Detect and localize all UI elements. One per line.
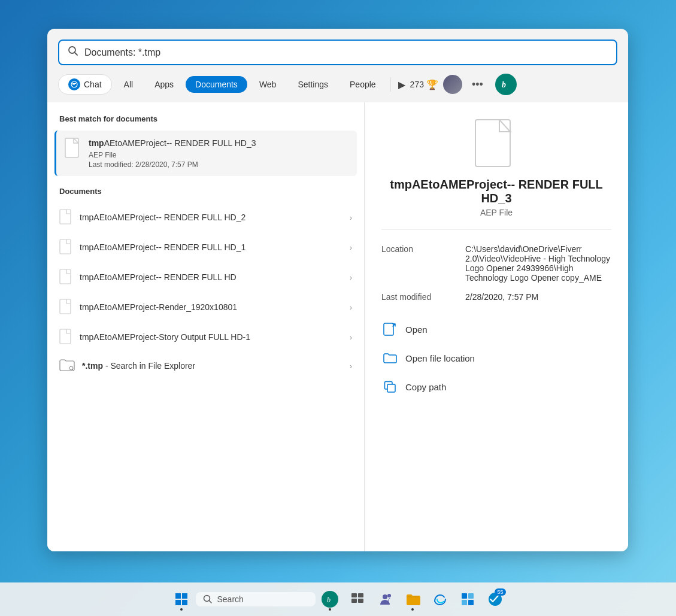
store-icon[interactable]	[454, 586, 481, 612]
svg-rect-8	[60, 299, 71, 314]
svg-rect-30	[462, 600, 467, 605]
svg-rect-25	[358, 599, 363, 603]
filter-tabs: Chat All Apps Documents Web Settings Peo…	[47, 71, 628, 102]
copy-path-action[interactable]: Copy path	[381, 376, 611, 397]
score-badge: 273 🏆	[410, 79, 438, 90]
teams-icon[interactable]	[372, 586, 398, 612]
bing-taskbar-icon[interactable]: b	[317, 586, 343, 612]
search-input[interactable]	[84, 47, 608, 58]
taskbar-search-text: Search	[217, 594, 244, 604]
svg-rect-7	[60, 269, 71, 284]
best-match-type: AEP File	[89, 151, 348, 159]
svg-rect-22	[351, 593, 357, 597]
best-match-item[interactable]: tmpAEtoAMEProject-- RENDER FULL HD_3 AEP…	[54, 131, 357, 176]
chat-icon	[68, 78, 80, 90]
svg-rect-31	[468, 600, 474, 605]
taskbar: Search b	[0, 582, 676, 616]
telegram-icon[interactable]: 55	[482, 586, 508, 612]
taskbar-search[interactable]: Search	[196, 592, 316, 606]
last-modified-value: 2/28/2020, 7:57 PM	[465, 287, 611, 307]
open-icon	[381, 321, 398, 338]
svg-point-27	[387, 594, 391, 597]
preview-area: tmpAEtoAMEProject-- RENDER FULL HD_3 AEP…	[381, 117, 611, 230]
folder-search-icon	[59, 359, 75, 374]
doc-item-name: tmpAEtoAMEProject-- RENDER FULL HD	[80, 272, 342, 284]
open-action[interactable]: Open	[381, 318, 611, 340]
list-item[interactable]: tmpAEtoAMEProject-Story Output FULL HD-1…	[47, 323, 364, 353]
open-file-location-action[interactable]: Open file location	[381, 347, 611, 369]
task-view-icon[interactable]	[344, 586, 371, 612]
svg-rect-24	[351, 599, 357, 603]
file-icon	[59, 239, 72, 257]
svg-point-26	[383, 594, 387, 599]
content-area: Best match for documents tmpAEtoAMEProje…	[47, 102, 628, 551]
file-icon	[59, 329, 72, 347]
last-modified-label: Last modified	[381, 287, 465, 307]
trophy-icon: 🏆	[426, 79, 438, 90]
svg-rect-15	[175, 593, 181, 599]
chevron-icon: ›	[350, 274, 352, 282]
doc-item-name: tmpAEtoAMEProject-Render_1920x10801	[80, 302, 342, 314]
tab-chat[interactable]: Chat	[58, 74, 112, 95]
chevron-icon: ›	[350, 214, 352, 222]
avatar[interactable]	[443, 75, 462, 94]
copy-path-label: Copy path	[405, 382, 446, 392]
best-match-name: tmpAEtoAMEProject-- RENDER FULL HD_3	[89, 138, 348, 150]
edge-icon[interactable]	[427, 586, 453, 612]
left-panel: Best match for documents tmpAEtoAMEProje…	[47, 102, 365, 551]
svg-rect-29	[468, 593, 474, 599]
svg-rect-16	[182, 593, 187, 599]
svg-line-20	[209, 600, 211, 603]
more-button[interactable]: •••	[467, 76, 488, 93]
svg-rect-23	[358, 593, 363, 597]
best-match-modified: Last modified: 2/28/2020, 7:57 PM	[89, 160, 348, 169]
search-bar	[58, 40, 617, 65]
svg-rect-18	[182, 600, 187, 605]
svg-rect-6	[60, 239, 71, 254]
file-explorer-dot	[411, 608, 414, 611]
svg-rect-13	[384, 323, 393, 335]
taskbar-icons: Search b	[168, 586, 508, 612]
right-panel: tmpAEtoAMEProject-- RENDER FULL HD_3 AEP…	[365, 102, 628, 551]
file-explorer-icon[interactable]	[399, 586, 426, 612]
tab-documents[interactable]: Documents	[186, 76, 247, 93]
file-icon	[59, 209, 72, 227]
list-item[interactable]: tmpAEtoAMEProject-- RENDER FULL HD ›	[47, 263, 364, 293]
chevron-icon: ›	[350, 333, 352, 342]
svg-rect-17	[175, 600, 181, 605]
list-item[interactable]: tmpAEtoAMEProject-- RENDER FULL HD_2 ›	[47, 203, 364, 233]
tab-web[interactable]: Web	[250, 76, 286, 93]
location-label: Location	[381, 239, 465, 287]
search-bar-container	[47, 29, 628, 71]
best-match-file-icon	[65, 138, 81, 160]
best-match-info: tmpAEtoAMEProject-- RENDER FULL HD_3 AEP…	[89, 138, 348, 169]
preview-title: tmpAEtoAMEProject-- RENDER FULL HD_3	[381, 178, 611, 205]
search-icon	[68, 45, 78, 59]
copy-path-icon	[381, 378, 398, 395]
documents-section: Documents tmpAEtoAMEProject-- RENDER FUL…	[47, 187, 364, 380]
svg-rect-28	[462, 593, 467, 599]
start-dot	[180, 608, 183, 611]
start-button[interactable]	[168, 586, 195, 612]
open-label: Open	[405, 324, 428, 335]
tab-all[interactable]: All	[114, 76, 143, 93]
tab-apps[interactable]: Apps	[145, 76, 183, 93]
list-item[interactable]: tmpAEtoAMEProject-- RENDER FULL HD_1 ›	[47, 233, 364, 263]
doc-item-name: tmpAEtoAMEProject-- RENDER FULL HD_2	[80, 212, 342, 224]
play-button[interactable]: ▶	[398, 79, 405, 90]
list-item[interactable]: tmpAEtoAMEProject-Render_1920x10801 ›	[47, 293, 364, 323]
bing-button[interactable]: b	[495, 74, 517, 95]
open-file-location-label: Open file location	[405, 353, 475, 363]
tab-extras: ▶ 273 🏆 ••• b	[398, 74, 517, 95]
file-icon	[59, 269, 72, 287]
preview-file-icon	[472, 117, 520, 171]
file-explorer-search[interactable]: *.tmp - Search in File Explorer ›	[47, 353, 364, 380]
tab-people[interactable]: People	[340, 76, 386, 93]
tab-divider	[390, 77, 391, 92]
best-match-title: Best match for documents	[47, 114, 364, 131]
svg-text:b: b	[327, 596, 331, 604]
tab-settings[interactable]: Settings	[288, 76, 338, 93]
chevron-icon: ›	[350, 304, 352, 312]
chevron-icon: ›	[350, 244, 352, 252]
documents-title: Documents	[47, 187, 364, 203]
